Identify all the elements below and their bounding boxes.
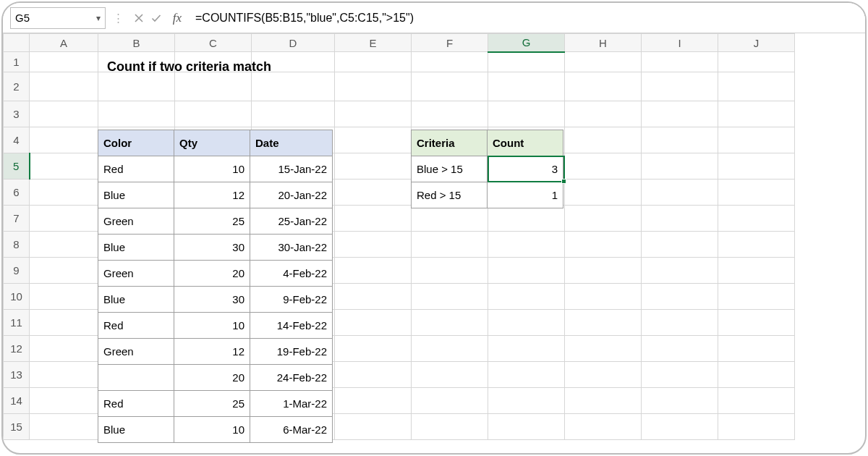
cell-D3[interactable] [252, 101, 335, 127]
cell-F3[interactable] [412, 101, 488, 127]
cell-A6[interactable] [30, 180, 98, 206]
cell-E5[interactable] [335, 153, 412, 180]
t1-r2-date[interactable]: 25-Jan-22 [250, 208, 333, 235]
col-header-B[interactable]: B [98, 34, 175, 52]
cell-I8[interactable] [642, 232, 718, 258]
cell-E1[interactable] [335, 52, 412, 72]
t1-r4-color[interactable]: Green [98, 261, 174, 287]
t1-r7-qty[interactable]: 12 [174, 339, 250, 365]
cell-E8[interactable] [335, 232, 412, 258]
cell-B2[interactable] [98, 72, 175, 101]
fx-icon[interactable]: fx [165, 11, 190, 25]
t2-r0-criteria[interactable]: Blue > 15 [412, 156, 488, 182]
cell-A5[interactable] [30, 153, 98, 180]
t1-r0-color[interactable]: Red [98, 156, 174, 182]
cell-E11[interactable] [335, 310, 412, 336]
cell-I1[interactable] [642, 52, 718, 72]
t1-r3-qty[interactable]: 30 [174, 235, 250, 261]
cell-I4[interactable] [642, 127, 718, 153]
cell-E10[interactable] [335, 284, 412, 310]
cell-G15[interactable] [488, 414, 565, 440]
cell-D2[interactable] [252, 72, 335, 101]
cell-A7[interactable] [30, 206, 98, 232]
t1-r10-color[interactable]: Blue [98, 417, 174, 443]
t1-r4-qty[interactable]: 20 [174, 261, 250, 287]
cell-J8[interactable] [718, 232, 795, 258]
cell-A9[interactable] [30, 258, 98, 284]
col-header-C[interactable]: C [175, 34, 252, 52]
t1-r6-color[interactable]: Red [98, 313, 174, 339]
col-header-J[interactable]: J [718, 34, 795, 52]
row-header-7[interactable]: 7 [4, 206, 30, 232]
cell-H9[interactable] [565, 258, 642, 284]
cell-E2[interactable] [335, 72, 412, 101]
cell-A2[interactable] [30, 72, 98, 101]
cell-I3[interactable] [642, 101, 718, 127]
spreadsheet-grid[interactable]: A B C D E F G H I J 12345678910111213141… [3, 33, 865, 440]
cell-H6[interactable] [565, 180, 642, 206]
cell-H10[interactable] [565, 284, 642, 310]
t1-r3-date[interactable]: 30-Jan-22 [250, 235, 333, 261]
t1-r2-qty[interactable]: 25 [174, 208, 250, 235]
cell-A1[interactable] [30, 52, 98, 72]
cell-H11[interactable] [565, 310, 642, 336]
cell-J9[interactable] [718, 258, 795, 284]
t1-r10-qty[interactable]: 10 [174, 417, 250, 443]
cell-A14[interactable] [30, 388, 98, 414]
cell-E6[interactable] [335, 180, 412, 206]
cell-H8[interactable] [565, 232, 642, 258]
cell-J10[interactable] [718, 284, 795, 310]
cell-E7[interactable] [335, 206, 412, 232]
cell-F12[interactable] [412, 336, 488, 362]
cell-J4[interactable] [718, 127, 795, 153]
row-header-2[interactable]: 2 [4, 72, 30, 101]
cell-I2[interactable] [642, 72, 718, 101]
row-header-11[interactable]: 11 [4, 310, 30, 336]
t1-r5-qty[interactable]: 30 [174, 287, 250, 313]
cell-G13[interactable] [488, 362, 565, 388]
col-header-G[interactable]: G [488, 34, 565, 52]
cell-G7[interactable] [488, 206, 565, 232]
col-header-A[interactable]: A [30, 34, 98, 52]
row-header-10[interactable]: 10 [4, 284, 30, 310]
cell-J15[interactable] [718, 414, 795, 440]
cell-F7[interactable] [412, 206, 488, 232]
chevron-down-icon[interactable]: ▾ [96, 13, 101, 23]
formula-input[interactable] [190, 7, 865, 29]
t1-r10-date[interactable]: 6-Mar-22 [250, 417, 333, 443]
cell-I12[interactable] [642, 336, 718, 362]
cell-G11[interactable] [488, 310, 565, 336]
cell-G9[interactable] [488, 258, 565, 284]
name-box[interactable]: G5 ▾ [10, 7, 106, 29]
cell-J12[interactable] [718, 336, 795, 362]
cell-I11[interactable] [642, 310, 718, 336]
cell-H14[interactable] [565, 388, 642, 414]
cell-E12[interactable] [335, 336, 412, 362]
cell-G3[interactable] [488, 101, 565, 127]
t1-r2-color[interactable]: Green [98, 208, 174, 235]
cell-G2[interactable] [488, 72, 565, 101]
cell-H1[interactable] [565, 52, 642, 72]
cell-F15[interactable] [412, 414, 488, 440]
cell-A8[interactable] [30, 232, 98, 258]
cell-F13[interactable] [412, 362, 488, 388]
cell-E9[interactable] [335, 258, 412, 284]
row-header-8[interactable]: 8 [4, 232, 30, 258]
t1-r6-date[interactable]: 14-Feb-22 [250, 313, 333, 339]
cell-G1[interactable] [488, 52, 565, 72]
row-header-9[interactable]: 9 [4, 258, 30, 284]
cell-A12[interactable] [30, 336, 98, 362]
cell-A10[interactable] [30, 284, 98, 310]
cell-H13[interactable] [565, 362, 642, 388]
cell-C2[interactable] [175, 72, 252, 101]
cell-G14[interactable] [488, 388, 565, 414]
cell-B3[interactable] [98, 101, 175, 127]
cell-I13[interactable] [642, 362, 718, 388]
row-header-13[interactable]: 13 [4, 362, 30, 388]
cell-F10[interactable] [412, 284, 488, 310]
row-header-14[interactable]: 14 [4, 388, 30, 414]
col-header-H[interactable]: H [565, 34, 642, 52]
cell-E3[interactable] [335, 101, 412, 127]
cell-G12[interactable] [488, 336, 565, 362]
t1-r3-color[interactable]: Blue [98, 235, 174, 261]
